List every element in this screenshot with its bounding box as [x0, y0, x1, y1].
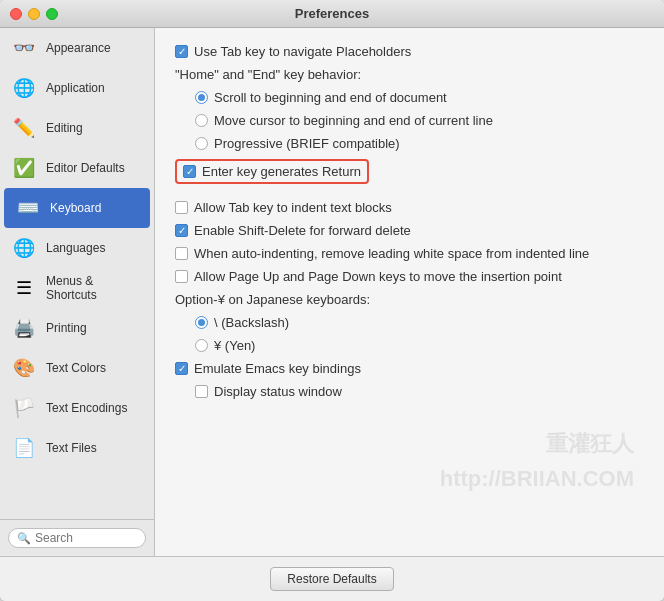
text-encodings-icon: 🏳️ — [10, 394, 38, 422]
emacs-checkbox[interactable] — [175, 362, 188, 375]
sidebar-label-keyboard: Keyboard — [50, 201, 101, 215]
status-window-row[interactable]: Display status window — [175, 384, 644, 399]
radio-move-row[interactable]: Move cursor to beginning and end of curr… — [175, 113, 644, 128]
sidebar-item-menus-shortcuts[interactable]: ☰ Menus & Shortcuts — [0, 268, 154, 308]
radio-scroll-row[interactable]: Scroll to beginning and end of document — [175, 90, 644, 105]
radio-move-label: Move cursor to beginning and end of curr… — [214, 113, 493, 128]
application-icon: 🌐 — [10, 74, 38, 102]
sidebar-item-editor-defaults[interactable]: ✅ Editor Defaults — [0, 148, 154, 188]
sidebar-label-languages: Languages — [46, 241, 105, 255]
option-yen-section-label: Option-¥ on Japanese keyboards: — [175, 292, 644, 307]
emacs-row[interactable]: Emulate Emacs key bindings — [175, 361, 644, 376]
radio-yen-row[interactable]: ¥ (Yen) — [175, 338, 644, 353]
titlebar: Preferences — [0, 0, 664, 28]
preferences-window: Preferences 👓 Appearance 🌐 Application ✏… — [0, 0, 664, 601]
radio-backslash-row[interactable]: \ (Backslash) — [175, 315, 644, 330]
menus-icon: ☰ — [10, 274, 38, 302]
maximize-button[interactable] — [46, 8, 58, 20]
sidebar-label-text-files: Text Files — [46, 441, 97, 455]
radio-progressive-row[interactable]: Progressive (BRIEF compatible) — [175, 136, 644, 151]
radio-progressive[interactable] — [195, 137, 208, 150]
enter-key-checkbox[interactable] — [183, 165, 196, 178]
radio-yen-label: ¥ (Yen) — [214, 338, 255, 353]
editor-defaults-icon: ✅ — [10, 154, 38, 182]
restore-defaults-button[interactable]: Restore Defaults — [270, 567, 393, 591]
text-colors-icon: 🎨 — [10, 354, 38, 382]
use-tab-row[interactable]: Use Tab key to navigate Placeholders — [175, 44, 644, 59]
autoindent-checkbox[interactable] — [175, 247, 188, 260]
pageupdown-checkbox[interactable] — [175, 270, 188, 283]
sidebar-item-application[interactable]: 🌐 Application — [0, 68, 154, 108]
shift-delete-checkbox[interactable] — [175, 224, 188, 237]
radio-yen[interactable] — [195, 339, 208, 352]
sidebar-label-menus: Menus & Shortcuts — [46, 274, 144, 302]
sidebar: 👓 Appearance 🌐 Application ✏️ Editing ✅ … — [0, 28, 155, 556]
sidebar-item-text-encodings[interactable]: 🏳️ Text Encodings — [0, 388, 154, 428]
shift-delete-row[interactable]: Enable Shift-Delete for forward delete — [175, 223, 644, 238]
search-icon: 🔍 — [17, 532, 31, 545]
sidebar-item-appearance[interactable]: 👓 Appearance — [0, 28, 154, 68]
enter-key-label: Enter key generates Return — [202, 164, 361, 179]
text-files-icon: 📄 — [10, 434, 38, 462]
tab-indent-label: Allow Tab key to indent text blocks — [194, 200, 392, 215]
radio-backslash-label: \ (Backslash) — [214, 315, 289, 330]
radio-scroll[interactable] — [195, 91, 208, 104]
editing-icon: ✏️ — [10, 114, 38, 142]
emacs-label: Emulate Emacs key bindings — [194, 361, 361, 376]
sidebar-item-text-colors[interactable]: 🎨 Text Colors — [0, 348, 154, 388]
radio-move[interactable] — [195, 114, 208, 127]
languages-icon: 🌐 — [10, 234, 38, 262]
radio-progressive-label: Progressive (BRIEF compatible) — [214, 136, 400, 151]
sidebar-item-languages[interactable]: 🌐 Languages — [0, 228, 154, 268]
sidebar-label-appearance: Appearance — [46, 41, 111, 55]
search-bar: 🔍 — [0, 519, 154, 556]
window-title: Preferences — [295, 6, 369, 21]
autoindent-label: When auto-indenting, remove leading whit… — [194, 246, 589, 261]
radio-scroll-label: Scroll to beginning and end of document — [214, 90, 447, 105]
sidebar-item-printing[interactable]: 🖨️ Printing — [0, 308, 154, 348]
pageupdown-label: Allow Page Up and Page Down keys to move… — [194, 269, 562, 284]
minimize-button[interactable] — [28, 8, 40, 20]
autoindent-row[interactable]: When auto-indenting, remove leading whit… — [175, 246, 644, 261]
keyboard-icon: ⌨️ — [14, 194, 42, 222]
status-window-checkbox[interactable] — [195, 385, 208, 398]
appearance-icon: 👓 — [10, 34, 38, 62]
use-tab-label: Use Tab key to navigate Placeholders — [194, 44, 411, 59]
tab-indent-row[interactable]: Allow Tab key to indent text blocks — [175, 200, 644, 215]
sidebar-label-text-encodings: Text Encodings — [46, 401, 127, 415]
search-input-wrap: 🔍 — [8, 528, 146, 548]
tab-indent-checkbox[interactable] — [175, 201, 188, 214]
status-window-label: Display status window — [214, 384, 342, 399]
radio-backslash[interactable] — [195, 316, 208, 329]
traffic-lights — [10, 8, 58, 20]
printing-icon: 🖨️ — [10, 314, 38, 342]
pageupdown-row[interactable]: Allow Page Up and Page Down keys to move… — [175, 269, 644, 284]
sidebar-label-editing: Editing — [46, 121, 83, 135]
sidebar-label-editor-defaults: Editor Defaults — [46, 161, 125, 175]
sidebar-label-printing: Printing — [46, 321, 87, 335]
close-button[interactable] — [10, 8, 22, 20]
search-input[interactable] — [35, 531, 137, 545]
sidebar-item-keyboard[interactable]: ⌨️ Keyboard — [4, 188, 150, 228]
main-content: 👓 Appearance 🌐 Application ✏️ Editing ✅ … — [0, 28, 664, 556]
enter-key-highlighted-row[interactable]: Enter key generates Return — [175, 159, 369, 184]
sidebar-label-application: Application — [46, 81, 105, 95]
use-tab-checkbox[interactable] — [175, 45, 188, 58]
content-area: Use Tab key to navigate Placeholders "Ho… — [155, 28, 664, 556]
shift-delete-label: Enable Shift-Delete for forward delete — [194, 223, 411, 238]
home-end-section-label: "Home" and "End" key behavior: — [175, 67, 644, 82]
sidebar-item-text-files[interactable]: 📄 Text Files — [0, 428, 154, 468]
sidebar-item-editing[interactable]: ✏️ Editing — [0, 108, 154, 148]
sidebar-label-text-colors: Text Colors — [46, 361, 106, 375]
footer: Restore Defaults — [0, 556, 664, 601]
